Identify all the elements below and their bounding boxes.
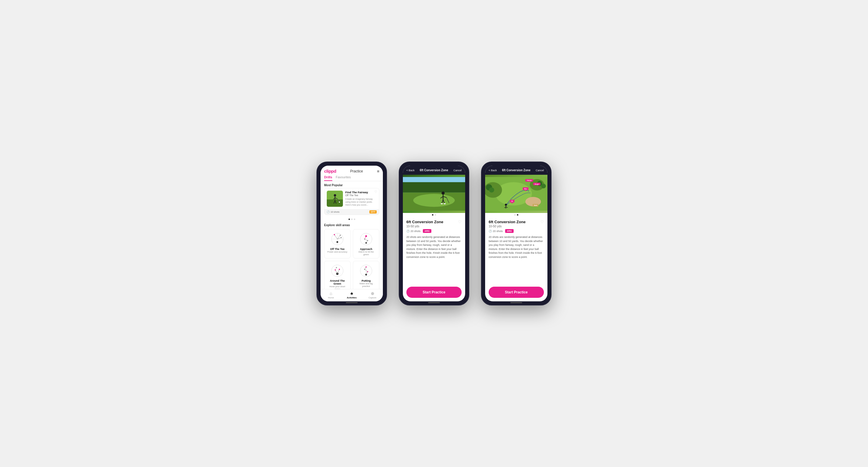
svg-point-73 — [505, 204, 507, 206]
svg-text:Sand: Sand — [534, 205, 537, 206]
skill-name-approach: Approach — [355, 247, 377, 251]
dot-3 — [354, 219, 355, 220]
detail-shots-3: 🕐 20 shots — [489, 230, 503, 233]
svg-point-33 — [339, 269, 340, 270]
detail-meta-3: 🕐 20 shots ARG — [489, 229, 544, 233]
drill-map: Miss Hit Fairway Rough — [485, 175, 548, 213]
page-title: Practice — [350, 169, 363, 173]
drill-photo — [403, 175, 465, 213]
detail-dots-3 — [485, 213, 548, 217]
nav-capture-label: Capture — [369, 296, 376, 299]
phone-1: clippd Practice ≡ Drills Favourites Most… — [316, 162, 387, 305]
back-button-2[interactable]: < Back — [406, 169, 414, 172]
back-button-3[interactable]: < Back — [489, 169, 497, 172]
detail-header-2: < Back 6ft Conversion Zone Cancel — [403, 166, 465, 175]
skill-grid: Off The Tee Power and accuracy — [320, 228, 383, 289]
atg-icon — [330, 263, 345, 278]
menu-icon[interactable]: ≡ — [377, 169, 379, 174]
drill-tag: OTT — [369, 210, 377, 213]
phone-3: < Back 6ft Conversion Zone Cancel — [481, 162, 552, 305]
detail-description-3: 20 shots are randomly generated at dista… — [489, 235, 544, 259]
detail-range-3: 10-50 yds — [489, 225, 544, 228]
detail-tag-3: ARG — [505, 229, 514, 233]
nav-home[interactable]: ⌂ Home — [320, 291, 341, 299]
phones-container: clippd Practice ≡ Drills Favourites Most… — [316, 162, 552, 305]
clock-icon-3: 🕐 — [489, 230, 492, 233]
favourite-icon-2[interactable]: ♡ — [458, 220, 462, 224]
skill-name-ott: Off The Tee — [327, 247, 348, 251]
dot-2 — [351, 219, 352, 220]
home-indicator — [346, 302, 358, 303]
nav-home-label: Home — [328, 296, 334, 299]
skill-desc-putting: Make and lag practice — [355, 282, 377, 288]
bottom-nav: ⌂ Home ♣ Activities ⊕ Capture — [320, 289, 383, 301]
skill-card-ott[interactable]: Off The Tee Power and accuracy — [324, 229, 350, 259]
approach-icon — [359, 232, 373, 246]
skill-name-putting: Putting — [355, 279, 377, 282]
svg-point-2 — [334, 194, 336, 197]
skill-card-putting[interactable]: Putting Make and lag practice — [353, 261, 379, 289]
detail-title-3: 6ft Conversion Zone — [502, 169, 531, 172]
svg-point-26 — [367, 240, 368, 241]
svg-text:Miss: Miss — [524, 188, 527, 190]
start-practice-button-3[interactable]: Start Practice — [489, 287, 544, 298]
svg-line-30 — [335, 270, 337, 274]
detail-drill-name-2: 6ft Conversion Zone — [406, 220, 462, 224]
detail-header-3: < Back 6ft Conversion Zone Cancel — [485, 166, 548, 175]
drills-content: Most Popular ♡ — [320, 181, 383, 289]
tab-drills[interactable]: Drills — [324, 175, 332, 181]
detail-range-2: 10-50 yds — [406, 225, 462, 228]
carousel-dots — [320, 218, 383, 221]
drill-category: Off The Tee — [345, 194, 377, 197]
drill-card-find-fairway[interactable]: ♡ — [324, 188, 379, 215]
tab-favourites[interactable]: Favourites — [336, 175, 351, 181]
detail-shots-2: 🕐 20 shots — [406, 230, 421, 233]
skill-card-approach[interactable]: Approach Dial-in to hit the green — [353, 229, 379, 259]
tabs-bar: Drills Favourites — [320, 174, 383, 181]
dot-1-3 — [514, 214, 516, 215]
svg-point-57 — [444, 203, 446, 204]
dot-active-3 — [517, 214, 518, 215]
svg-point-27 — [366, 242, 367, 244]
home-indicator-3 — [510, 302, 522, 303]
svg-point-18 — [340, 235, 341, 236]
cancel-button-2[interactable]: Cancel — [454, 169, 462, 172]
svg-text:Rough: Rough — [535, 184, 539, 185]
svg-rect-46 — [403, 182, 465, 192]
phone-2: < Back 6ft Conversion Zone Cancel — [399, 162, 469, 305]
clock-icon: 🕐 — [327, 210, 330, 213]
detail-tag-2: ARG — [423, 229, 431, 233]
cancel-button-3[interactable]: Cancel — [536, 169, 544, 172]
detail-drill-name-3: 6ft Conversion Zone — [489, 220, 544, 224]
nav-capture[interactable]: ⊕ Capture — [362, 291, 383, 299]
drill-footer: 🕐 10 shots OTT — [324, 209, 379, 215]
dot-2 — [435, 214, 436, 215]
phone-1-screen: clippd Practice ≡ Drills Favourites Most… — [320, 166, 383, 301]
skill-card-atg[interactable]: Around The Green Hone your short game — [324, 261, 350, 289]
start-practice-button-2[interactable]: Start Practice — [406, 287, 462, 298]
svg-text:Hit: Hit — [511, 201, 513, 202]
drill-name: Find The Fairway — [345, 191, 377, 194]
detail-body-2: ♡ 6ft Conversion Zone 10-50 yds 🕐 20 sho… — [403, 217, 465, 284]
phone-3-screen: < Back 6ft Conversion Zone Cancel — [485, 166, 548, 301]
skill-desc-atg: Hone your short game — [327, 285, 348, 289]
drill-thumbnail — [327, 191, 343, 207]
skill-name-atg: Around The Green — [327, 279, 348, 285]
svg-point-25 — [364, 238, 365, 240]
skill-desc-approach: Dial-in to hit the green — [355, 251, 377, 256]
svg-point-16 — [336, 241, 338, 243]
dot-1 — [348, 219, 350, 220]
most-popular-title: Most Popular — [320, 181, 383, 188]
detail-dots-2 — [403, 213, 465, 217]
detail-description-2: 20 shots are randomly generated at dista… — [406, 235, 462, 259]
phone1-header: clippd Practice ≡ — [320, 166, 383, 174]
nav-activities-label: Activities — [347, 296, 356, 299]
svg-line-42 — [365, 267, 366, 269]
favourite-icon-3[interactable]: ♡ — [540, 220, 544, 224]
activities-icon: ♣ — [350, 291, 353, 296]
favourite-icon[interactable]: ♡ — [374, 190, 377, 194]
nav-activities[interactable]: ♣ Activities — [341, 291, 362, 299]
phone-2-screen: < Back 6ft Conversion Zone Cancel — [403, 166, 465, 301]
ott-icon — [330, 232, 345, 246]
putting-icon — [359, 263, 373, 278]
